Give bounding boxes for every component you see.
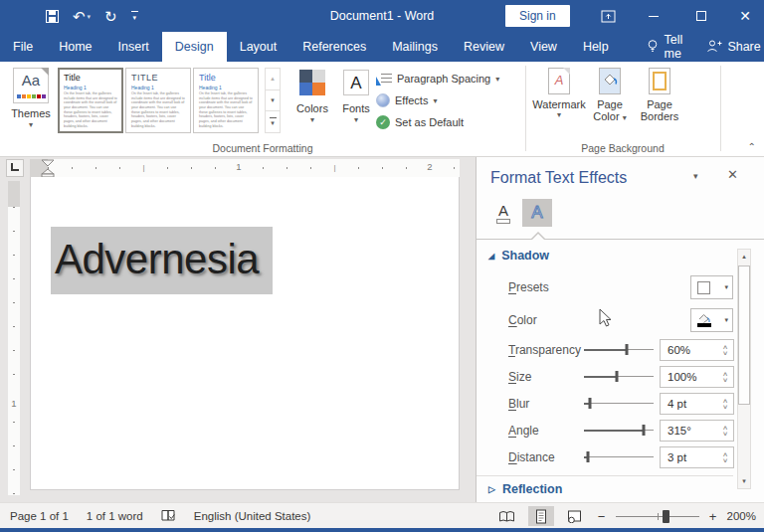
scrollbar-thumb[interactable] (738, 266, 750, 405)
print-layout-button[interactable] (528, 506, 554, 526)
watermark-button[interactable]: A Watermark ▾ (533, 66, 585, 119)
maximize-button[interactable] (684, 0, 718, 32)
page-count[interactable]: Page 1 of 1 (10, 510, 69, 522)
style-set-thumbnail[interactable]: TITLE Heading 1 On the Insert tab, the g… (125, 68, 191, 133)
color-row: Color ▾ (477, 308, 737, 332)
ruler-number: 1 (234, 161, 244, 172)
group-label-page-background: Page Background (525, 142, 720, 154)
colors-button[interactable]: Colors ▾ (290, 68, 334, 124)
tell-me-button[interactable]: Tell me (634, 32, 695, 62)
word-count[interactable]: 1 of 1 word (87, 510, 143, 522)
customize-qat-icon[interactable]: ▾ (131, 11, 138, 22)
blur-row: Blur 4 pt ∧∨ (477, 393, 737, 415)
tab-pointer (531, 234, 545, 241)
style-set-thumbnail[interactable]: Title Heading 1 On the Insert tab, the g… (58, 68, 123, 133)
gallery-scroll-down-icon[interactable]: ▾ (266, 90, 280, 112)
tab-review[interactable]: Review (451, 32, 517, 62)
ribbon-display-options-icon[interactable] (591, 0, 625, 32)
fonts-button[interactable]: A Fonts ▾ (338, 68, 374, 124)
zoom-slider[interactable] (616, 509, 699, 523)
pane-menu-icon[interactable]: ▾ (693, 171, 698, 181)
set-as-default-button[interactable]: ✓ Set as Default (376, 113, 499, 131)
zoom-out-button[interactable]: − (596, 509, 608, 524)
share-button[interactable]: Share (694, 32, 764, 62)
tab-stop-selector[interactable] (6, 159, 24, 177)
format-text-effects-pane: Format Text Effects ▾ ✕ A A ◢ Shadow Pre… (476, 157, 764, 502)
paragraph-spacing-icon (376, 72, 392, 86)
web-layout-button[interactable] (562, 506, 588, 526)
minimize-button[interactable] (637, 0, 670, 32)
scroll-up-icon[interactable]: ▴ (738, 250, 750, 264)
blur-spinbox[interactable]: 4 pt ∧∨ (660, 393, 734, 415)
formatting-options-stack: Paragraph Spacing ▾ Effects ▾ ✓ Set as D… (376, 70, 499, 131)
tab-view[interactable]: View (517, 32, 570, 62)
page-borders-button[interactable]: PageBorders (635, 66, 684, 122)
effects-icon (376, 93, 390, 107)
save-icon[interactable] (46, 10, 59, 23)
pane-scrollbar[interactable]: ▴ ▾ (737, 249, 751, 489)
vertical-ruler[interactable]: 1 (8, 181, 20, 495)
blur-slider[interactable] (584, 397, 654, 411)
page-color-icon (599, 68, 621, 94)
divider (477, 239, 764, 240)
angle-slider[interactable] (584, 424, 654, 438)
gallery-scroll-up-icon[interactable]: ▴ (266, 69, 280, 90)
section-reflection[interactable]: ▷ Reflection (488, 482, 562, 496)
size-slider[interactable] (584, 370, 654, 384)
zoom-in-button[interactable]: + (707, 509, 719, 524)
transparency-row: Transparency 60% ∧∨ (477, 339, 737, 361)
paint-bucket-icon (696, 313, 711, 327)
tab-file[interactable]: File (0, 32, 46, 62)
zoom-level[interactable]: 200% (727, 510, 756, 522)
transparency-slider[interactable] (584, 343, 654, 357)
close-button[interactable]: ✕ (728, 0, 762, 32)
group-separator (720, 66, 721, 151)
scroll-down-icon[interactable]: ▾ (738, 474, 750, 488)
fonts-icon: A (343, 70, 369, 95)
distance-slider[interactable] (584, 450, 654, 464)
tab-design[interactable]: Design (162, 32, 227, 62)
presets-dropdown[interactable]: ▾ (690, 275, 733, 299)
window-bottom-border (0, 528, 764, 532)
divider (477, 475, 733, 476)
shadow-color-dropdown[interactable]: ▾ (690, 308, 733, 332)
proofing-icon[interactable] (161, 509, 176, 524)
redo-icon[interactable]: ↻ (104, 9, 117, 24)
document-page[interactable]: Advernesia (30, 177, 460, 490)
tab-text-fill-outline[interactable]: A (488, 199, 518, 227)
themes-icon: Aa (13, 68, 49, 103)
selected-text[interactable]: Advernesia (51, 227, 273, 294)
collapse-ribbon-icon[interactable]: ⌃ (748, 141, 756, 152)
sign-in-button[interactable]: Sign in (505, 5, 570, 27)
tab-mailings[interactable]: Mailings (379, 32, 451, 62)
tab-home[interactable]: Home (46, 32, 104, 62)
language-status[interactable]: English (United States) (194, 510, 311, 522)
section-shadow[interactable]: ◢ Shadow (488, 249, 549, 263)
pane-close-icon[interactable]: ✕ (727, 167, 738, 182)
tab-references[interactable]: References (289, 32, 379, 62)
tab-layout[interactable]: Layout (227, 32, 290, 62)
angle-spinbox[interactable]: 315° ∧∨ (660, 420, 734, 442)
page-color-button[interactable]: PageColor ▾ (587, 66, 633, 124)
gallery-more-icon[interactable]: ▾ (266, 111, 280, 132)
read-mode-button[interactable] (494, 506, 520, 526)
undo-icon[interactable]: ↶ (73, 9, 86, 24)
page-borders-icon (649, 68, 670, 94)
person-icon (706, 39, 722, 56)
style-set-thumbnail[interactable]: Title Heading 1 On the Insert tab, the g… (193, 68, 259, 133)
transparency-spinbox[interactable]: 60% ∧∨ (660, 339, 734, 361)
watermark-icon: A (548, 68, 570, 94)
tab-insert[interactable]: Insert (105, 32, 162, 62)
zoom-slider-thumb[interactable] (663, 510, 669, 523)
tab-help[interactable]: Help (570, 32, 622, 62)
lightbulb-icon (646, 39, 660, 56)
horizontal-ruler[interactable]: | 1 | 2 (30, 159, 460, 177)
effects-button[interactable]: Effects ▾ (376, 91, 499, 109)
paragraph-spacing-button[interactable]: Paragraph Spacing ▾ (376, 70, 499, 88)
tab-text-effects[interactable]: A (522, 199, 552, 227)
themes-button[interactable]: Aa Themes ▾ (6, 66, 56, 141)
size-spinbox[interactable]: 100% ∧∨ (660, 366, 734, 388)
undo-dropdown-icon[interactable]: ▾ (88, 13, 92, 24)
distance-spinbox[interactable]: 3 pt ∧∨ (660, 446, 734, 468)
style-set-gallery: Title Heading 1 On the Insert tab, the g… (58, 68, 259, 133)
